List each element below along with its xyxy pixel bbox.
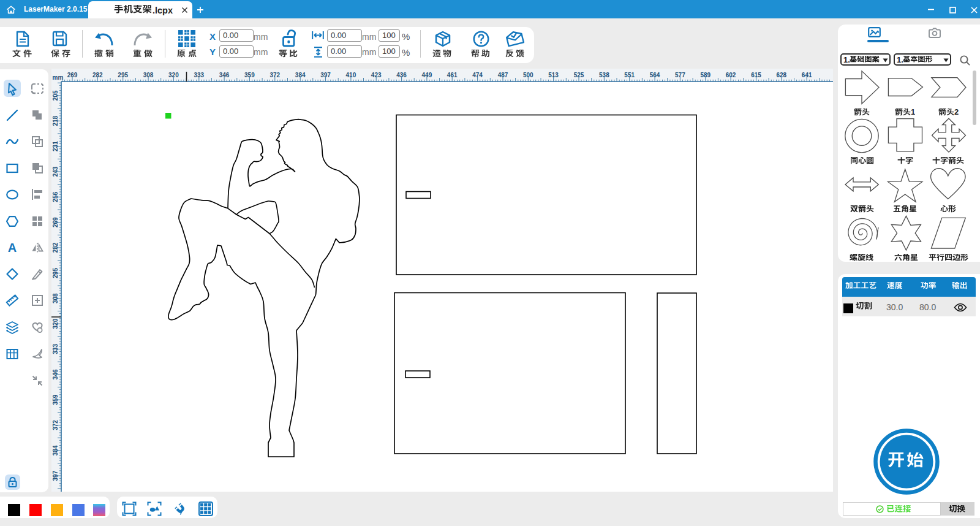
svg-text:269: 269 <box>67 72 78 78</box>
svg-text:A: A <box>8 241 17 254</box>
svg-text:256: 256 <box>52 192 59 202</box>
svg-text:474: 474 <box>472 72 483 78</box>
svg-text:320: 320 <box>52 318 59 329</box>
svg-text:2: 2 <box>954 109 959 116</box>
svg-text:359: 359 <box>52 394 59 405</box>
svg-text:269: 269 <box>52 217 59 227</box>
svg-text:346: 346 <box>52 369 59 379</box>
svg-text:384: 384 <box>52 445 59 455</box>
svg-text:mm: mm <box>53 74 64 81</box>
svg-text:641: 641 <box>802 72 812 78</box>
svg-text:359: 359 <box>244 72 255 78</box>
svg-text:333: 333 <box>194 72 204 78</box>
svg-text:205: 205 <box>52 90 59 101</box>
svg-text:615: 615 <box>751 72 761 78</box>
svg-text:282: 282 <box>52 242 59 253</box>
svg-text:295: 295 <box>52 268 59 278</box>
svg-text:525: 525 <box>574 72 584 78</box>
svg-text:589: 589 <box>700 72 710 78</box>
svg-text:513: 513 <box>548 72 559 78</box>
svg-text:449: 449 <box>422 72 432 78</box>
svg-text:308: 308 <box>52 293 59 303</box>
svg-text:551: 551 <box>624 72 635 78</box>
svg-text:602: 602 <box>726 72 736 78</box>
svg-text:320: 320 <box>168 72 179 78</box>
svg-text:372: 372 <box>270 72 280 78</box>
svg-text:384: 384 <box>295 72 306 78</box>
svg-text:461: 461 <box>447 72 458 78</box>
svg-text:346: 346 <box>219 72 230 78</box>
svg-text:538: 538 <box>599 72 609 78</box>
svg-text:1: 1 <box>911 109 915 116</box>
svg-text:282: 282 <box>92 72 103 78</box>
svg-text:564: 564 <box>650 72 660 78</box>
svg-text:628: 628 <box>776 72 786 78</box>
svg-text:231: 231 <box>52 141 59 151</box>
svg-text:577: 577 <box>675 72 685 78</box>
svg-text:487: 487 <box>498 72 508 78</box>
svg-text:423: 423 <box>371 72 382 78</box>
svg-text:397: 397 <box>52 470 59 481</box>
svg-text:295: 295 <box>118 72 128 78</box>
svg-text:243: 243 <box>52 166 59 177</box>
svg-text:333: 333 <box>52 344 59 354</box>
svg-text:500: 500 <box>523 72 533 78</box>
svg-text:436: 436 <box>396 72 407 78</box>
svg-text:218: 218 <box>52 115 59 126</box>
svg-text:410: 410 <box>346 72 356 78</box>
svg-text:397: 397 <box>320 72 331 78</box>
svg-text:308: 308 <box>143 72 154 78</box>
svg-text:372: 372 <box>52 420 59 430</box>
